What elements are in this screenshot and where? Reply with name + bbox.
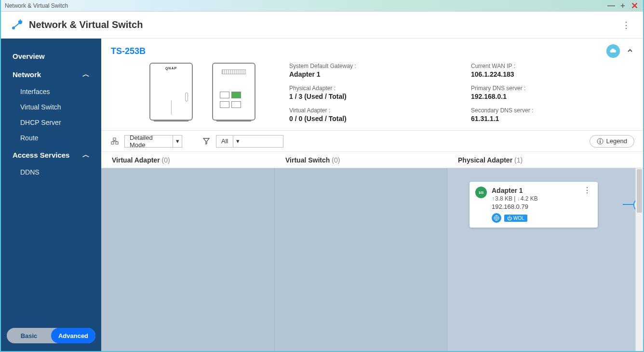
globe-icon (492, 213, 501, 223)
app-title: Network & Virtual Switch (29, 19, 143, 30)
adapter-menu-button[interactable]: ⋮ (582, 187, 592, 194)
adapter-ip: 192.168.0.79 (492, 203, 582, 210)
app-icon (10, 18, 23, 32)
sidebar-item-access-services[interactable]: Access Services︿ (1, 146, 101, 164)
adapter-speed-badge: 1G (475, 187, 487, 198)
col-header-virtual-adapter: Virtual Adapter(0) (101, 152, 275, 168)
svg-rect-4 (113, 138, 116, 140)
sidebar-item-network[interactable]: Network︿ (1, 65, 101, 84)
columns-body: 1G Adapter 1 3.8 KB | 4.2 KB 192.168.0.7… (101, 168, 643, 351)
mode-basic[interactable]: Basic (7, 328, 51, 343)
info-gateway: System Default Gateway :Adapter 1 (289, 63, 452, 78)
col-header-virtual-switch: Virtual Switch(0) (275, 152, 447, 168)
info-icon (597, 138, 604, 145)
device-header: TS-253B QNAP (101, 39, 643, 131)
scrollbar[interactable] (635, 168, 643, 351)
header-menu-button[interactable]: ⋮ (618, 18, 634, 32)
adapter-card[interactable]: 1G Adapter 1 3.8 KB | 4.2 KB 192.168.0.7… (470, 182, 598, 228)
topology-icon[interactable] (110, 136, 120, 146)
collapse-button[interactable] (627, 47, 633, 55)
cloud-icon[interactable] (606, 44, 620, 58)
nas-front-image: QNAP (149, 63, 193, 121)
svg-rect-2 (111, 142, 114, 144)
filter-icon[interactable] (201, 136, 211, 146)
close-button[interactable]: ✕ (630, 1, 639, 11)
filter-select[interactable]: All ▾ (216, 135, 283, 148)
app-header: Network & Virtual Switch ⋮ (1, 12, 643, 39)
chevron-up-icon: ︿ (82, 70, 90, 79)
svg-rect-7 (600, 141, 601, 143)
chevron-up-icon: ︿ (82, 150, 90, 160)
adapter-name: Adapter 1 (492, 187, 582, 194)
titlebar: Network & Virtual Switch — + ✕ (1, 0, 643, 12)
info-secondary-dns: Secondary DNS server :61.31.1.1 (471, 107, 633, 122)
toolbar: Detailed Mode ▾ All ▾ Legend (101, 131, 643, 152)
window-title: Network & Virtual Switch (5, 2, 68, 9)
info-primary-dns: Primary DNS server :192.168.0.1 (471, 85, 633, 100)
col-virtual-adapter (101, 168, 275, 351)
device-name: TS-253B (111, 46, 146, 56)
legend-button[interactable]: Legend (590, 135, 634, 148)
sidebar-item-interfaces[interactable]: Interfaces (1, 84, 101, 99)
info-virtual-adapter: Virtual Adapter :0 / 0 (Used / Total) (289, 107, 452, 122)
maximize-button[interactable]: + (618, 1, 628, 11)
info-physical-adapter: Physical Adapter :1 / 3 (Used / Total) (289, 85, 452, 100)
col-virtual-switch (275, 168, 447, 351)
mode-advanced[interactable]: Advanced (51, 328, 95, 343)
caret-down-icon: ▾ (173, 135, 182, 147)
sidebar-item-ddns[interactable]: DDNS (1, 164, 101, 180)
svg-rect-3 (116, 142, 118, 144)
device-images: QNAP (149, 63, 255, 122)
mode-toggle[interactable]: Basic Advanced (7, 328, 95, 343)
info-wan-ip: Current WAN IP :106.1.224.183 (471, 63, 633, 78)
scrollbar-thumb[interactable] (637, 169, 642, 213)
sidebar-item-dhcp-server[interactable]: DHCP Server (1, 115, 101, 130)
view-mode-select[interactable]: Detailed Mode ▾ (124, 135, 182, 148)
sidebar-item-overview[interactable]: Overview (1, 47, 101, 65)
wol-badge: ⏻WOL (504, 215, 527, 222)
sidebar-item-route[interactable]: Route (1, 130, 101, 146)
nas-back-image (212, 63, 255, 121)
svg-point-6 (600, 139, 601, 140)
col-physical-adapter: 1G Adapter 1 3.8 KB | 4.2 KB 192.168.0.7… (447, 168, 643, 351)
col-header-physical-adapter: Physical Adapter(1) (447, 152, 643, 168)
sidebar: Overview Network︿ Interfaces Virtual Swi… (1, 39, 101, 351)
sidebar-item-virtual-switch[interactable]: Virtual Switch (1, 99, 101, 115)
columns-header: Virtual Adapter(0) Virtual Switch(0) Phy… (101, 152, 643, 168)
caret-down-icon: ▾ (233, 135, 242, 147)
adapter-traffic: 3.8 KB | 4.2 KB (492, 195, 582, 202)
minimize-button[interactable]: — (606, 1, 616, 11)
